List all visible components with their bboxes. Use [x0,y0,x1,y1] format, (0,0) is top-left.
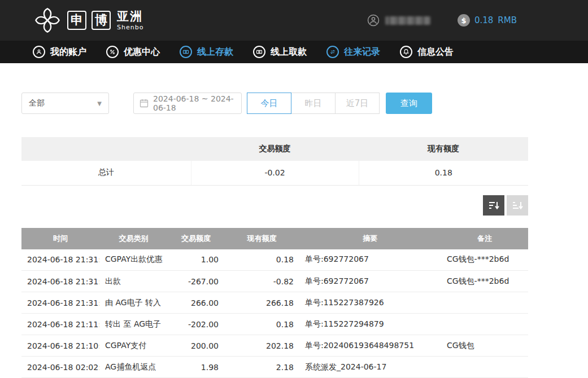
nav-item-my-account[interactable]: 我的账户 [33,46,86,58]
date-range-input[interactable]: 2024-06-18 ~ 2024-06-18 [133,93,242,114]
cell-type: 出款 [99,271,168,292]
withdraw-icon [253,46,265,58]
nav-item-transaction-records[interactable]: 往来记录 [326,46,380,58]
cell-amount: 1.00 [168,249,224,271]
user-icon [367,14,380,27]
summary-table: 交易额度 现有额度 总计 -0.02 0.18 [21,137,528,186]
cell-type: CGPAY支付 [99,335,168,357]
cell-remark [441,314,528,335]
summary-header-row: 交易额度 现有额度 [21,137,528,161]
brand-text: 亚洲 Shenbo [117,11,143,30]
balance-currency: RMB [498,15,517,25]
summary-header-empty [21,137,191,161]
cell-summary: 单号:692772067 [299,271,441,292]
nav-item-online-deposit[interactable]: 线上存款 [180,46,233,58]
summary-total-label: 总计 [21,161,191,185]
records-header-balance: 现有额度 [224,228,299,249]
cell-amount: -267.00 [168,271,224,292]
nav-item-label: 线上取款 [271,46,307,58]
cell-summary: 系统派发_2024-06-17 [299,357,441,378]
cell-balance: 0.18 [224,249,299,271]
nav-item-label: 往来记录 [344,46,380,58]
nav-item-label: 信息公告 [417,46,454,58]
records-header-type: 交易类别 [99,228,168,249]
cell-time: 2024-06-18 21:11:22 [21,314,99,335]
sort-descending-icon [488,200,499,210]
summary-total-row: 总计 -0.02 0.18 [21,161,528,185]
cell-summary: 单号:692772067 [299,249,441,271]
user-icon [33,46,45,58]
cell-amount: 1.98 [168,357,224,378]
quick-range-7days-button[interactable]: 近7日 [335,93,380,114]
balance-amount: 0.18 [474,15,493,25]
table-row: 2024-06-18 21:31:42CGPAY出款优惠1.000.18单号:6… [21,249,528,271]
search-button[interactable]: 查询 [386,93,432,114]
currency-icon: $ [458,14,470,27]
cell-balance: 0.18 [224,314,299,335]
records-header-amount: 交易额度 [168,228,224,249]
cell-amount: 200.00 [168,335,224,357]
cell-amount: -202.00 [168,314,224,335]
nav-item-label: 我的账户 [50,46,86,58]
chevron-down-icon: ▼ [97,100,102,107]
flower-logo-icon [33,6,62,35]
cell-time: 2024-06-18 02:02:03 [21,357,99,378]
user-account[interactable] [367,14,430,27]
records-icon [326,46,339,58]
cell-type: 转出 至 AG电子 [99,314,168,335]
cell-amount: 266.00 [168,292,224,314]
cell-remark [441,292,528,314]
cell-balance: 266.18 [224,292,299,314]
summary-balance-total: 0.18 [359,161,528,185]
cell-type: AG捕鱼机返点 [99,357,168,378]
summary-header-transaction: 交易额度 [191,137,359,161]
page: 申 博 亚洲 Shenbo $ 0.18 RMB [0,0,588,378]
summary-header-balance: 现有额度 [359,137,528,161]
top-header: 申 博 亚洲 Shenbo $ 0.18 RMB [0,0,588,41]
sort-ascending-button[interactable] [507,195,528,216]
table-row: 2024-06-18 21:11:22转出 至 AG电子-202.000.18单… [21,314,528,335]
type-select-value: 全部 [29,98,45,108]
brand-subtitle: Shenbo [117,24,143,30]
brand-char-shen: 申 [67,11,86,30]
calendar-icon [140,99,149,108]
cell-type: 由 AG电子 转入 [99,292,168,314]
table-row: 2024-06-18 21:10:51CGPAY支付200.00202.18单号… [21,335,528,357]
balance[interactable]: $ 0.18 RMB [458,14,517,27]
username-masked [385,16,430,25]
cell-balance: 202.18 [224,335,299,357]
quick-range-yesterday-button[interactable]: 昨日 [291,93,336,114]
sort-ascending-icon [512,200,523,210]
cell-remark: CG钱包-***2b6d [441,271,528,292]
quick-range-today-button[interactable]: 今日 [247,93,291,114]
cell-time: 2024-06-18 21:31:42 [21,249,99,271]
records-table: 时间 交易类别 交易额度 现有额度 摘要 备注 2024-06-18 21:31… [21,228,528,378]
sort-descending-button[interactable] [483,195,504,216]
main-nav: 我的账户 优惠中心 线上存款 线上取款 往来记录 [0,41,588,63]
table-row: 2024-06-18 21:31:42出款-267.00-0.82单号:6927… [21,271,528,292]
cell-remark: CG钱包-***2b6d [441,249,528,271]
type-select[interactable]: 全部 ▼ [21,93,109,114]
cell-type: CGPAY出款优惠 [99,249,168,271]
cell-time: 2024-06-18 21:10:51 [21,335,99,357]
cell-summary: 单号:202406193648498751 [299,335,441,357]
header-right: $ 0.18 RMB [367,14,588,27]
nav-item-announcements[interactable]: 信息公告 [400,46,454,58]
cell-remark: CG钱包 [441,335,528,357]
brand-char-bo: 博 [92,11,111,30]
sort-controls [21,195,528,216]
summary-transaction-total: -0.02 [191,161,359,185]
records-header-row: 时间 交易类别 交易额度 现有额度 摘要 备注 [21,228,528,249]
brand-logo[interactable]: 申 博 亚洲 Shenbo [33,6,143,35]
records-header-time: 时间 [21,228,99,249]
brand-region: 亚洲 [117,11,143,23]
cell-balance: 2.18 [224,357,299,378]
records-table-body: 2024-06-18 21:31:42CGPAY出款优惠1.000.18单号:6… [21,249,528,378]
date-range-value: 2024-06-18 ~ 2024-06-18 [153,94,236,112]
table-row: 2024-06-18 21:31:13由 AG电子 转入266.00266.18… [21,292,528,314]
promo-icon [106,46,119,58]
nav-item-online-withdraw[interactable]: 线上取款 [253,46,307,58]
nav-item-promo-center[interactable]: 优惠中心 [106,46,160,58]
cell-time: 2024-06-18 21:31:42 [21,271,99,292]
nav-item-label: 优惠中心 [124,46,160,58]
